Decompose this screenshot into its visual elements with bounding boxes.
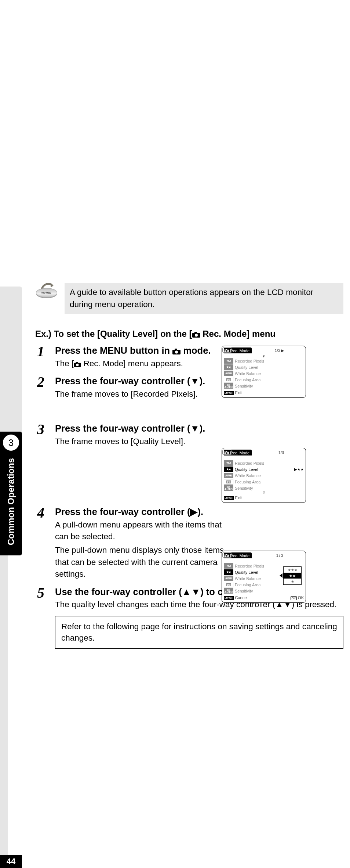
left-rail-top [0,287,22,439]
svg-point-29 [175,351,178,354]
svg-text:X: X [224,553,227,557]
page-number: 44 [0,855,22,868]
svg-point-2 [195,334,198,337]
chapter-number-badge: 3 [3,435,19,451]
settings-tab-icon: X↓ [222,347,232,353]
focus-area-chip-icon [224,377,233,382]
dropdown-pointer-icon [280,573,282,578]
svg-rect-9 [227,378,231,381]
step-2-title: Press the four-way controller (▼). [55,375,235,387]
svg-rect-25 [227,583,231,586]
refer-note: Refer to the following page for instruct… [55,616,343,649]
camera-icon [74,362,81,367]
svg-rect-26 [228,584,229,585]
chapter-title: Common Operations [6,458,16,545]
step-2-desc: The frame moves to [Recorded Pixels]. [55,388,235,400]
svg-rect-31 [76,362,78,363]
settings-tab-icon: X↓ [222,450,232,455]
example-heading: Ex.) To set the [Quality Level] on the [… [35,329,343,339]
svg-rect-10 [228,379,229,380]
lcd-screen-3: Rec. Mode 1/3 X↓ 7MRecorded Pixels ★★Qua… [222,551,306,603]
step-3-title: Press the four-way controller (▼). [55,422,235,435]
svg-rect-17 [227,480,231,483]
quality-dropdown: ★★★ ★★ ★ [283,566,302,585]
svg-rect-18 [228,481,229,482]
chapter-tab: 3 Common Operations [0,432,22,555]
svg-rect-28 [175,349,177,350]
svg-text:↓: ↓ [227,451,229,455]
svg-text:↓: ↓ [227,554,229,558]
focus-area-chip-icon [224,582,233,587]
step-list: Rec. Mode 1/3▶ X↓ ▼ 7MRecorded Pixels ★★… [35,344,343,612]
step-4-desc-2: The pull-down menu displays only those i… [55,544,235,580]
lcd-screen-2: Rec. Mode 1/3 X↓ 7MRecorded Pixels ★★Qua… [222,448,306,503]
focus-area-chip-icon [224,479,233,485]
step-1-title: Press the MENU button in mode. [55,344,235,357]
step-4-title: Press the four-way controller (▶). [55,505,235,518]
scroll-down-icon: ▽ [224,491,304,494]
svg-rect-1 [194,332,197,333]
memo-text: A guide to available button operations a… [65,283,343,314]
camera-icon [192,332,200,338]
step-3-desc: The frame moves to [Quality Level]. [55,436,235,448]
svg-text:X: X [224,348,227,352]
settings-tab-icon: X↓ [222,552,232,558]
step-4-desc-1: A pull-down menu appears with the items … [55,519,235,543]
svg-text:X: X [224,450,227,454]
pager-arrow-icon: ▶ [281,348,284,353]
step-3: 3 Press the four-way controller (▼). The… [35,422,343,449]
camera-icon [172,349,181,354]
lcd-screen-1: Rec. Mode 1/3▶ X↓ ▼ 7MRecorded Pixels ★★… [222,346,306,398]
scroll-down-icon: ▼ [224,355,304,358]
svg-point-32 [76,363,79,366]
memo-icon: memo [35,283,59,303]
step-1-desc: The [ Rec. Mode] menu appears. [55,358,235,370]
svg-text:↓: ↓ [227,349,229,353]
